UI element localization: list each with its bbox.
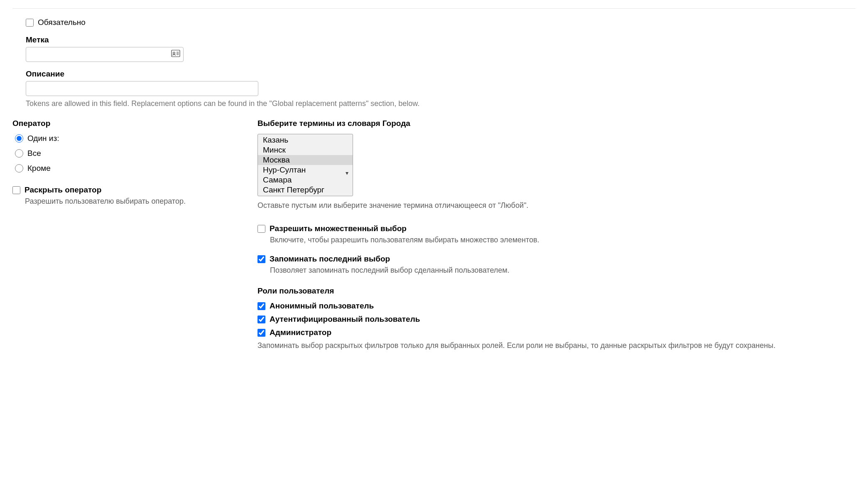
terms-option[interactable]: Нур-Султан: [258, 165, 353, 175]
role-anonymous-checkbox[interactable]: [257, 302, 265, 310]
roles-title: Роли пользователя: [257, 286, 856, 296]
terms-listbox[interactable]: ▾ Казань Минск Москва Нур-Султан Самара …: [257, 134, 353, 196]
role-authenticated-label: Аутентифицированный пользователь: [270, 315, 420, 324]
terms-option[interactable]: Самара: [258, 175, 353, 185]
label-input-wrap: [26, 47, 184, 62]
remember-last-checkbox[interactable]: [257, 255, 265, 263]
operator-radio-all[interactable]: [15, 149, 23, 158]
remember-last-desc: Позволяет запоминать последний выбор сде…: [270, 266, 856, 275]
terms-hint: Оставьте пустым или выберите значение те…: [257, 201, 856, 210]
terms-option[interactable]: Казань: [258, 135, 353, 145]
desc-input[interactable]: [26, 81, 258, 96]
roles-hint: Запоминать выбор раскрытых фильтров толь…: [257, 341, 856, 350]
terms-title: Выберите термины из словаря Города: [257, 119, 856, 128]
operator-radio-group: Один из: Все Кроме: [15, 134, 257, 173]
operator-label-one-of: Один из:: [27, 134, 59, 143]
tokens-hint: Tokens are allowed in this field. Replac…: [26, 99, 856, 108]
role-admin-label: Администратор: [270, 328, 331, 337]
terms-option[interactable]: Москва: [258, 155, 353, 165]
label-field-label: Метка: [26, 35, 856, 44]
expose-operator-label: Раскрыть оператор: [25, 185, 101, 195]
role-admin-checkbox[interactable]: [257, 329, 265, 337]
terms-option[interactable]: Минск: [258, 145, 353, 155]
required-checkbox[interactable]: [26, 19, 34, 27]
top-divider: [12, 8, 856, 9]
role-anonymous-label: Анонимный пользователь: [270, 301, 374, 311]
operator-radio-except[interactable]: [15, 164, 23, 173]
expose-operator-checkbox[interactable]: [12, 186, 20, 194]
operator-label-all: Все: [27, 149, 41, 158]
operator-label-except: Кроме: [27, 164, 51, 173]
label-input[interactable]: [26, 47, 184, 62]
allow-multiple-desc: Включите, чтобы разрешить пользователям …: [270, 236, 856, 244]
allow-multiple-checkbox[interactable]: [257, 225, 265, 233]
required-row: Обязательно: [26, 18, 856, 27]
desc-field-label: Описание: [26, 69, 856, 79]
role-authenticated-checkbox[interactable]: [257, 316, 265, 323]
allow-multiple-label: Разрешить множественный выбор: [270, 224, 407, 233]
remember-last-label: Запоминать последний выбор: [270, 254, 390, 264]
operator-title: Оператор: [12, 119, 257, 128]
terms-option[interactable]: Санкт Петербург: [258, 185, 353, 195]
required-label: Обязательно: [38, 18, 86, 27]
expose-operator-desc: Разрешить пользователю выбирать оператор…: [25, 197, 257, 206]
operator-radio-one-of[interactable]: [15, 134, 23, 143]
